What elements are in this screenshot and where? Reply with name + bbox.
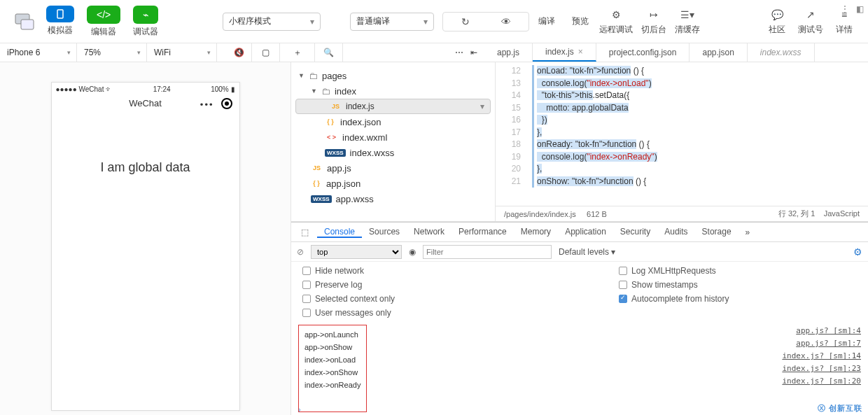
compile-button[interactable]: ↻ — [453, 15, 478, 29]
preview-label: 预览 — [570, 15, 591, 27]
devtools-panel: ⬚ ConsoleSourcesNetworkPerformanceMemory… — [291, 222, 868, 415]
devtools-tab[interactable]: Application — [558, 227, 613, 237]
bug-icon: ⌁ — [133, 6, 158, 24]
zoom-select[interactable]: 75% — [77, 43, 147, 62]
console-log-line: app->onLaunch — [304, 328, 360, 341]
file-tab[interactable]: index.js× — [533, 43, 596, 62]
file-tab[interactable]: app.json — [690, 43, 747, 62]
compile-select[interactable]: 普通编译 — [350, 13, 434, 31]
filter-input[interactable] — [423, 245, 552, 259]
console-log-line: index->onReady — [304, 379, 360, 391]
source-link[interactable]: app.js? [sm]:4 — [782, 325, 861, 337]
search-icon[interactable]: 🔍 — [323, 48, 334, 57]
file-item[interactable]: JSindex.js — [295, 99, 491, 114]
more-icon[interactable]: ⋯ — [455, 48, 463, 57]
background-button[interactable]: ↦切后台 — [641, 8, 666, 36]
file-explorer: ▼🗀pages ▼🗀index JSindex.js{ }index.json<… — [291, 62, 496, 221]
checkbox-icon[interactable] — [619, 281, 627, 289]
file-item[interactable]: < >index.wxml — [291, 129, 495, 145]
checkbox-icon[interactable] — [302, 281, 311, 289]
test-id-button[interactable]: ↗测试号 — [798, 8, 823, 36]
levels-select[interactable]: Default levels ▾ — [559, 247, 615, 257]
console-log-line: index->onShow — [304, 366, 360, 379]
console-option[interactable]: Show timestamps — [619, 280, 729, 290]
eye-icon: 👁 — [493, 15, 519, 29]
file-item[interactable]: WXSSindex.wxss — [291, 145, 495, 160]
devtools-menu-icon[interactable]: ⋮ — [841, 4, 849, 14]
file-item[interactable]: { }index.json — [291, 114, 495, 129]
console-toolbar: ⊘ top ◉ Default levels ▾ ⚙ — [291, 242, 868, 262]
top-toolbar: 模拟器 </> 编辑器 ⌁ 调试器 小程序模式 普通编译 ↻ 👁 编译 预览 ⚙… — [0, 0, 868, 43]
network-select[interactable]: WiFi — [147, 43, 217, 62]
source-link[interactable]: index.js? [sm]:14 — [782, 350, 861, 363]
simulator-toggle[interactable]: 模拟器 — [46, 6, 74, 38]
svg-rect-1 — [21, 20, 34, 29]
console-option[interactable]: Preserve log — [302, 280, 395, 290]
compile-label: 编译 — [532, 15, 561, 27]
debugger-toggle[interactable]: ⌁ 调试器 — [133, 6, 158, 38]
code-editor[interactable]: 12131415161718192021 onLoad: "tok-fn">fu… — [496, 62, 868, 221]
page-title: WeChat — [129, 98, 162, 108]
console-prompt-icon[interactable]: › — [298, 405, 301, 414]
checkbox-icon[interactable] — [619, 295, 627, 303]
battery-icon: ▮ — [231, 85, 235, 93]
capsule-close-icon[interactable] — [221, 98, 232, 109]
layout-icon[interactable]: ▢ — [262, 48, 270, 57]
clear-console-icon[interactable]: ⊘ — [297, 247, 304, 257]
mode-select[interactable]: 小程序模式 — [223, 13, 321, 31]
file-tab[interactable]: app.js — [484, 43, 533, 62]
checkbox-icon[interactable] — [302, 295, 311, 303]
devtools-tab[interactable]: Sources — [362, 227, 407, 237]
filter-toggle-icon[interactable]: ◉ — [409, 247, 416, 257]
close-icon[interactable]: × — [578, 47, 583, 57]
new-file-icon[interactable]: ＋ — [293, 47, 302, 59]
file-tab[interactable]: index.wxss — [748, 43, 815, 62]
overflow-icon[interactable]: » — [741, 227, 755, 237]
export-icon: ↗ — [798, 8, 823, 22]
dock-icon[interactable]: ◧ — [856, 4, 864, 14]
mute-icon[interactable]: 🔇 — [234, 48, 244, 57]
editor-status-bar: /pages/index/index.js 612 B 行 32, 列 1 Ja… — [496, 206, 868, 221]
console-output: app->onLaunchapp->onShowindex->onLoadind… — [291, 322, 868, 415]
folder-pages[interactable]: ▼🗀pages — [291, 68, 495, 83]
community-button[interactable]: 💬社区 — [764, 8, 790, 36]
devtools-tab[interactable]: Performance — [451, 227, 514, 237]
file-tab[interactable]: project.config.json — [596, 43, 690, 62]
checkbox-icon[interactable] — [302, 309, 311, 317]
inspect-icon[interactable]: ⬚ — [295, 227, 314, 237]
devtools-tab[interactable]: Memory — [514, 227, 558, 237]
context-select[interactable]: top — [311, 245, 402, 259]
file-item[interactable]: WXSSapp.wxss — [291, 191, 495, 206]
refresh-icon: ↻ — [453, 15, 478, 29]
devtools-tab[interactable]: Storage — [695, 227, 738, 237]
folder-index[interactable]: ▼🗀index — [291, 83, 495, 99]
code-body[interactable]: onLoad: "tok-fn">function () { console.l… — [526, 62, 868, 206]
checkbox-icon[interactable] — [302, 267, 311, 275]
console-settings-icon[interactable]: ⚙ — [853, 246, 862, 258]
device-select[interactable]: iPhone 6 — [0, 43, 77, 62]
remote-debug-button[interactable]: ⚙远程调试 — [599, 8, 633, 36]
devtools-tab[interactable]: Console — [317, 227, 362, 238]
source-link[interactable]: index.js? [sm]:20 — [782, 375, 861, 388]
console-option[interactable]: Log XMLHttpRequests — [619, 266, 729, 276]
clear-cache-button[interactable]: ☰▾清缓存 — [675, 8, 700, 36]
preview-button[interactable]: 👁 — [493, 15, 519, 29]
source-link[interactable]: index.js? [sm]:23 — [782, 363, 861, 375]
devtools-tab[interactable]: Audits — [657, 227, 694, 237]
capsule-menu-icon[interactable]: ••• — [200, 99, 214, 110]
console-option[interactable]: User messages only — [302, 308, 395, 318]
console-log-line: index->onLoad — [304, 353, 360, 366]
console-option[interactable]: Hide network — [302, 266, 395, 276]
file-item[interactable]: { }app.json — [291, 176, 495, 191]
source-link[interactable]: app.js? [sm]:7 — [782, 337, 861, 350]
file-item[interactable]: JSapp.js — [291, 160, 495, 176]
collapse-icon[interactable]: ⇤ — [470, 48, 477, 57]
checkbox-icon[interactable] — [619, 267, 627, 275]
editor-toggle[interactable]: </> 编辑器 — [87, 6, 120, 38]
devtools-tab[interactable]: Security — [613, 227, 657, 237]
console-option[interactable]: Selected context only — [302, 294, 395, 304]
bug-outline-icon: ⚙ — [603, 8, 629, 22]
devtools-tab[interactable]: Network — [407, 227, 451, 237]
wifi-icon: ᯤ — [106, 85, 113, 93]
console-option[interactable]: Autocomplete from history — [619, 294, 729, 304]
